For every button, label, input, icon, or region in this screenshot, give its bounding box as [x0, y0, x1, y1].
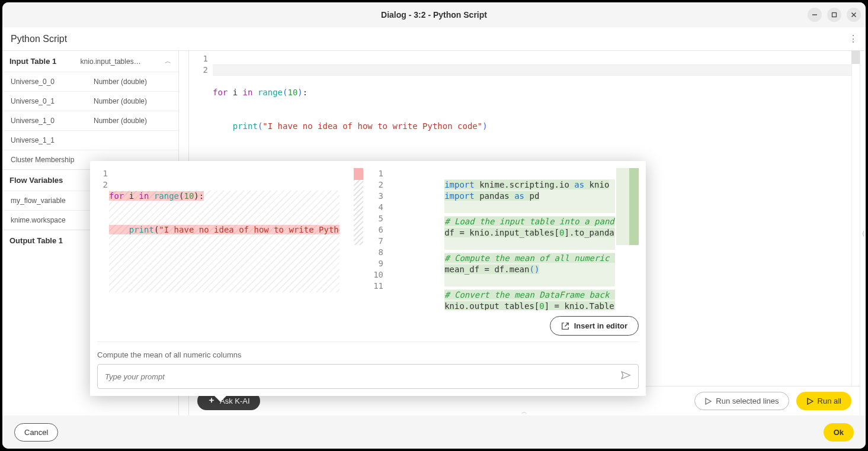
var-name: my_flow_variable — [11, 196, 94, 205]
window: Dialog - 3:2 - Python Script Python Scri… — [2, 2, 866, 449]
line-number: 2 — [189, 65, 208, 76]
paren: () — [529, 265, 539, 274]
colon: : — [303, 88, 308, 97]
line-number: 1 — [97, 168, 108, 179]
comment: # Convert the mean DataFrame back to a K… — [444, 290, 615, 299]
ok-label: Ok — [834, 428, 844, 437]
titlebar: Dialog - 3:2 - Python Script — [2, 2, 866, 27]
table-row[interactable]: Universe_1_0Number (double) — [2, 111, 178, 130]
close-button[interactable] — [847, 8, 861, 22]
diff-right-pane[interactable]: 1234567891011 import knime.scripting.io … — [373, 168, 639, 310]
window-title: Dialog - 3:2 - Python Script — [381, 10, 487, 20]
diff-left-pane[interactable]: 12 for i in range(10): print("I have no … — [97, 168, 363, 310]
col-name: Cluster Membership — [11, 156, 94, 164]
diff-right-code: import knime.scripting.io as knio import… — [385, 168, 615, 310]
col-name: Universe_1_1 — [11, 136, 94, 144]
table-row[interactable]: Universe_0_1Number (double) — [2, 91, 178, 111]
table-row[interactable]: Universe_0_0Number (double) — [2, 72, 178, 91]
ai-suggestion-panel: 12 for i in range(10): print("I have no … — [90, 161, 646, 396]
keyword: in — [243, 88, 253, 97]
run-selected-button[interactable]: Run selected lines — [694, 392, 789, 410]
number: 0 — [539, 301, 544, 310]
keyword: for — [213, 88, 228, 97]
ident: i — [228, 88, 242, 97]
col-type: Number (double) — [94, 78, 170, 86]
play-icon — [806, 398, 813, 405]
cancel-button[interactable]: Cancel — [14, 423, 58, 442]
input-table-name: Input Table 1 — [9, 57, 56, 66]
cancel-label: Cancel — [24, 428, 48, 437]
line-number: 9 — [373, 258, 383, 269]
line-number: 2 — [373, 179, 383, 191]
chevron-up-icon[interactable]: ︿ — [165, 57, 171, 66]
maximize-button[interactable] — [827, 8, 841, 22]
prompt-input[interactable] — [105, 372, 620, 381]
send-icon[interactable] — [620, 370, 631, 383]
minimize-button[interactable] — [808, 8, 822, 22]
output-table-name: Output Table 1 — [9, 236, 63, 245]
page-title: Python Script — [11, 34, 67, 44]
kebab-menu-icon[interactable]: ⋮ — [848, 33, 857, 44]
keyword: import — [444, 191, 475, 201]
prompt-box — [97, 364, 639, 389]
right-collapse-handle[interactable]: ⟨ — [860, 51, 866, 415]
code: ] = knio.Table.from_pandas(pd. — [544, 301, 615, 310]
app-header: Python Script ⋮ — [2, 27, 866, 51]
insert-in-editor-button[interactable]: Insert in editor — [550, 316, 639, 336]
keyword: import — [444, 180, 475, 189]
line-number: 1 — [189, 53, 208, 65]
line-number: 11 — [373, 281, 383, 292]
line-number: 1 — [373, 168, 383, 179]
dialog-footer: Cancel Ok — [2, 415, 866, 449]
minimap[interactable] — [851, 51, 860, 386]
var-name: knime.workspace — [11, 216, 94, 224]
run-all-button[interactable]: Run all — [796, 392, 851, 410]
number: 10 — [287, 88, 297, 97]
svg-marker-5 — [808, 398, 813, 404]
col-name: Universe_0_0 — [11, 78, 94, 86]
prompt-history-text: Compute the mean of all numeric columns — [97, 342, 639, 364]
line-number: 6 — [373, 224, 383, 236]
builtin: range — [252, 88, 283, 97]
line-number: 8 — [373, 247, 383, 258]
ok-button[interactable]: Ok — [824, 423, 854, 442]
builtin: print — [233, 121, 258, 131]
table-row[interactable]: Universe_1_1 — [2, 130, 178, 150]
line-number: 7 — [373, 236, 383, 247]
content: Input Table 1 knio.input_tables… ︿ Unive… — [2, 51, 866, 415]
insert-label: Insert in editor — [574, 321, 627, 330]
input-table-header[interactable]: Input Table 1 knio.input_tables… ︿ — [2, 51, 178, 72]
ident: pd — [524, 191, 539, 201]
ident: knio — [584, 180, 609, 189]
line-number: 10 — [373, 269, 383, 281]
comment: # Compute the mean of all numeric column… — [444, 253, 615, 263]
svg-marker-4 — [706, 398, 711, 404]
ident: pandas — [475, 191, 514, 201]
keyword: as — [514, 191, 524, 201]
run-selected-label: Run selected lines — [716, 397, 779, 405]
line-number: 2 — [97, 179, 108, 191]
input-rows: Universe_0_0Number (double)Universe_0_1N… — [2, 72, 178, 169]
run-all-label: Run all — [818, 397, 841, 405]
diff-left-minimap — [339, 168, 363, 310]
ai-actions: Insert in editor — [97, 310, 639, 338]
window-controls — [808, 8, 861, 22]
col-name: Universe_0_1 — [11, 97, 94, 105]
diff-left-code: for i in range(10): print("I have no ide… — [109, 168, 339, 310]
panel-collapse-icon[interactable]: ︿ — [521, 408, 527, 415]
paren: ) — [482, 121, 487, 131]
diff-gutter: 12 — [97, 168, 109, 310]
panel-pointer — [214, 396, 226, 402]
code: knio.output_tables[ — [444, 301, 539, 310]
indent — [213, 121, 233, 131]
ident: knime.scripting.io — [475, 180, 575, 189]
minimap-viewport[interactable] — [851, 51, 860, 64]
diff-view: 12 for i in range(10): print("I have no … — [97, 168, 639, 310]
code: df = knio.input_tables[ — [444, 228, 559, 237]
line-number: 3 — [373, 191, 383, 202]
flow-vars-name: Flow Variables — [9, 176, 63, 185]
svg-rect-1 — [832, 13, 837, 17]
col-type: Number (double) — [94, 117, 170, 125]
diff-right-minimap — [615, 168, 639, 310]
diff-gutter: 1234567891011 — [373, 168, 385, 310]
